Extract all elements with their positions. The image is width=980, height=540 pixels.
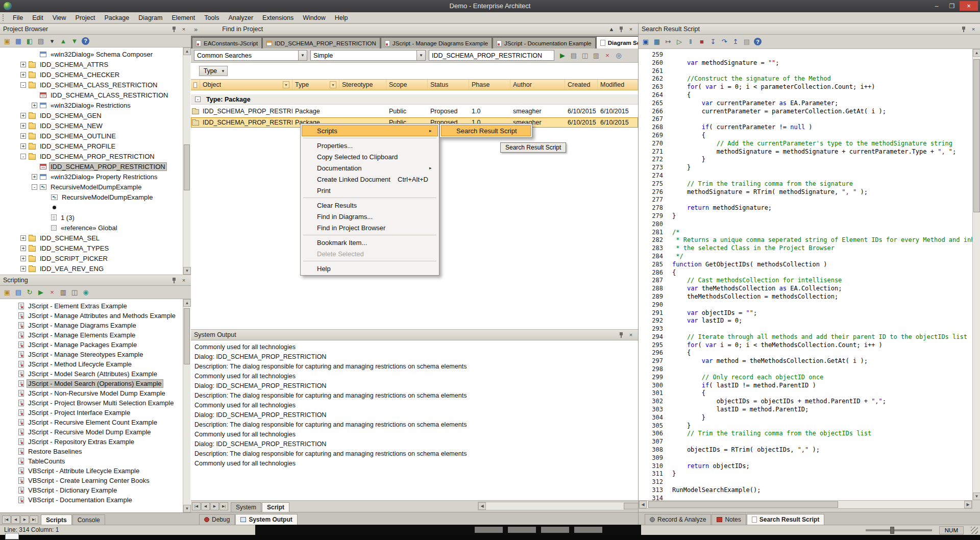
system-output-lines[interactable]: Commonly used for all technologiesDialog…: [191, 340, 638, 500]
tab-notes[interactable]: Notes: [712, 514, 746, 525]
doc-tab[interactable]: Diagram Script: [596, 36, 638, 48]
collapse-toggle-icon[interactable]: -: [195, 96, 201, 102]
close-icon[interactable]: ×: [627, 26, 635, 33]
move-down-icon[interactable]: ▼: [69, 36, 80, 46]
chevron-down-icon[interactable]: ▼: [416, 51, 425, 60]
script-item[interactable]: Restore Baselines: [0, 447, 183, 456]
scroll-left-icon[interactable]: ◀: [639, 501, 647, 508]
tree-item[interactable]: +«win32Dialog» Restrictions: [0, 100, 183, 110]
context-menu-item[interactable]: Clear Results: [302, 200, 438, 211]
new-element-icon[interactable]: ◧: [24, 36, 35, 46]
tree-item[interactable]: -IDD_SCHEMA_CLASS_RESTRICTION: [0, 80, 183, 90]
run-script-icon[interactable]: ▶: [36, 287, 46, 298]
menu-element[interactable]: Element: [167, 13, 200, 23]
script-item[interactable]: JScript - Model Search (Attributes) Exam…: [0, 369, 183, 379]
first-tab-button[interactable]: |◀: [2, 516, 11, 524]
tree-item[interactable]: -IDD_SCHEMA_PROP_RESTRICTION: [0, 151, 183, 161]
column-header-icon[interactable]: [191, 80, 200, 90]
tree-item[interactable]: +IDD_SCHEMA_ATTRS: [0, 59, 183, 69]
menu-drag-handle[interactable]: [3, 14, 5, 21]
tree-item[interactable]: +IDD_SCHEMA_NEW: [0, 120, 183, 131]
context-menu-item[interactable]: Scripts▸: [302, 125, 438, 136]
expand-toggle-icon[interactable]: +: [20, 113, 26, 118]
taskbar-button[interactable]: [541, 527, 569, 533]
search-category-combo[interactable]: Common Searches ▼: [194, 50, 307, 61]
expand-toggle-icon[interactable]: +: [20, 123, 26, 129]
pin-icon[interactable]: [170, 26, 178, 33]
tree-item[interactable]: +IDD_SCHEMA_OUTLINE: [0, 131, 183, 141]
pin-icon[interactable]: [960, 26, 968, 33]
taskbar-button[interactable]: [574, 527, 602, 533]
script-item[interactable]: JScript - Element Extras Example: [0, 301, 183, 311]
menu-edit[interactable]: Edit: [28, 13, 48, 23]
stop-icon[interactable]: ■: [697, 37, 707, 47]
step-into-icon[interactable]: ↧: [708, 37, 718, 47]
new-script-group-icon[interactable]: ▣: [2, 287, 12, 298]
script-item[interactable]: JScript - Recursive Element Count Exampl…: [0, 418, 183, 427]
column-header-stereotype[interactable]: Stereotype: [339, 80, 386, 90]
script-item[interactable]: JScript - Method Lifecycle Example: [0, 359, 183, 369]
tab-debug[interactable]: Debug: [199, 514, 235, 525]
script-item[interactable]: JScript - Repository Extras Example: [0, 437, 183, 447]
script-item[interactable]: JScript - Manage Attributes and Methods …: [0, 311, 183, 321]
doc-tab[interactable]: JScript - Manage Diagrams Example: [381, 37, 492, 48]
menu-view[interactable]: View: [48, 13, 71, 23]
close-button[interactable]: ×: [960, 1, 978, 11]
script-item[interactable]: JScript - Project Interface Example: [0, 408, 183, 418]
resize-grip[interactable]: [971, 527, 978, 534]
column-header-status[interactable]: Status: [428, 80, 469, 90]
tree-item[interactable]: +IDD_SCRIPT_PICKER: [0, 253, 183, 263]
maximize-button[interactable]: ❐: [944, 1, 960, 11]
script-item[interactable]: VBScript - Attribute Lifecycle Example: [0, 466, 183, 476]
scroll-right-icon[interactable]: ▶: [964, 501, 972, 508]
column-header-created[interactable]: Created: [565, 80, 598, 90]
pin-icon[interactable]: [170, 277, 178, 284]
search-mode-combo[interactable]: Simple ▼: [310, 50, 426, 61]
expand-toggle-icon[interactable]: +: [32, 174, 37, 180]
browser-help-icon[interactable]: ?: [82, 37, 89, 45]
new-diagram-icon[interactable]: ▦: [13, 36, 23, 46]
last-tab-button[interactable]: ▶|: [30, 516, 38, 524]
clear-search-icon[interactable]: ×: [602, 51, 612, 61]
expand-toggle-icon[interactable]: +: [32, 103, 37, 108]
tree-item[interactable]: «reference» Global: [0, 223, 183, 233]
tab-console[interactable]: Console: [72, 514, 105, 525]
context-menu-item[interactable]: Create Linked DocumentCtrl+Alt+D: [302, 174, 438, 185]
sort-arrow-icon[interactable]: ▼: [283, 81, 289, 88]
script-item[interactable]: JScript - Model Search (Operations) Exam…: [0, 379, 183, 388]
script-item[interactable]: JScript - Manage Stereotypes Example: [0, 350, 183, 359]
scroll-down-icon[interactable]: ▼: [183, 267, 191, 275]
tree-item[interactable]: 1 (3): [0, 212, 183, 223]
dropdown-icon[interactable]: ▾: [47, 36, 57, 46]
menu-window[interactable]: Window: [298, 13, 330, 23]
prev-tab-button[interactable]: ◀: [201, 502, 210, 510]
tree-item[interactable]: +IDD_SCHEMA_SEL: [0, 233, 183, 243]
taskbar-button[interactable]: [508, 527, 536, 533]
new-doc-icon[interactable]: ▤: [742, 37, 752, 47]
minimize-button[interactable]: –: [929, 1, 944, 11]
project-browser-scrollbar[interactable]: ▲ ▼: [183, 47, 190, 275]
copy-script-icon[interactable]: ◫: [69, 287, 80, 298]
run-icon[interactable]: ▷: [674, 37, 684, 47]
tab-script[interactable]: Script: [262, 502, 289, 512]
prev-tab-button[interactable]: ◀: [11, 516, 20, 524]
expand-toggle-icon[interactable]: +: [20, 256, 26, 261]
expand-toggle-icon[interactable]: +: [20, 143, 26, 149]
scroll-left-icon[interactable]: ◀: [478, 502, 486, 510]
menu-help[interactable]: Help: [330, 13, 353, 23]
copy-results-icon[interactable]: ◫: [580, 51, 590, 61]
script-options-icon[interactable]: ◉: [81, 287, 91, 298]
editor-help-icon[interactable]: ?: [754, 38, 762, 45]
tree-item[interactable]: -RecursiveModelDumpExample: [0, 182, 183, 192]
scroll-down-icon[interactable]: ▼: [183, 505, 191, 512]
next-tab-button[interactable]: ▶: [210, 502, 219, 510]
scroll-thumb[interactable]: [648, 501, 838, 508]
submenu-item[interactable]: Search Result Script: [441, 125, 531, 136]
context-menu-item[interactable]: Help: [302, 263, 438, 274]
zoom-slider-thumb[interactable]: [890, 527, 894, 534]
column-header-scope[interactable]: Scope: [386, 80, 428, 90]
tree-item[interactable]: +IDD_SCHEMA_CHECKER: [0, 69, 183, 80]
script-item[interactable]: JScript - Manage Packages Example: [0, 340, 183, 350]
zoom-slider[interactable]: [866, 529, 932, 531]
refresh-scripts-icon[interactable]: ↻: [24, 287, 35, 298]
